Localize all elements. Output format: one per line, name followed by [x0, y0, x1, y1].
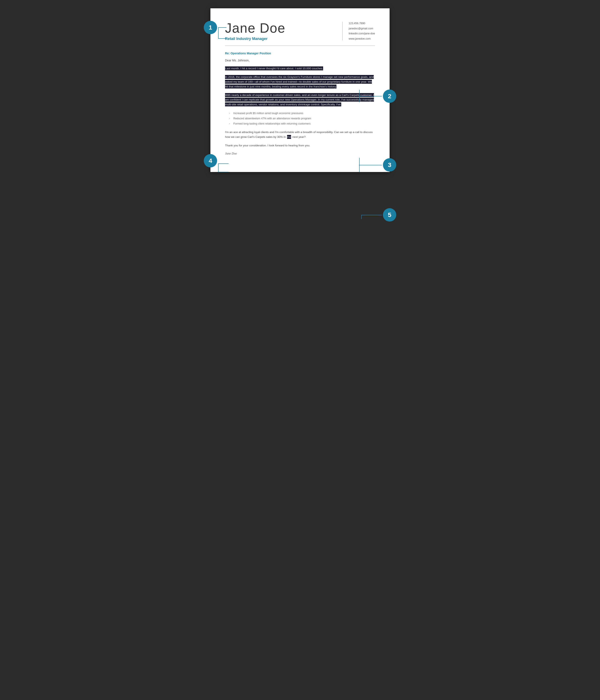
- annotation-line-1h2: [218, 38, 226, 39]
- annotation-line-2v-top: [359, 90, 360, 96]
- contact-info: 123.456.7890 janedoc@gmail.com linkedin.…: [349, 21, 375, 42]
- salutation: Dear Ms. Johnson,: [225, 59, 375, 62]
- document-body: Jane Doe Retail Industry Manager 123.456…: [210, 8, 390, 172]
- annotation-line-5v: [361, 215, 362, 219]
- email: janedoc@gmail.com: [349, 26, 375, 31]
- applicant-name: Jane Doe: [225, 21, 336, 35]
- paragraph-4-highlight: the: [287, 135, 291, 139]
- page-wrapper: 1 2 3 4 5 Jane Doe Retail Industry Manag…: [210, 8, 390, 172]
- bullet-item-1: Increased profit $5 million amid tough e…: [233, 111, 375, 116]
- subject-line: Re: Operations Manager Position: [225, 52, 375, 55]
- paragraph-3-text: With nearly a decade of experience in cu…: [225, 93, 374, 107]
- website: www.janedoe.com: [349, 36, 375, 42]
- paragraph-5: Thank you for your consideration. I look…: [225, 143, 375, 148]
- header-section: Jane Doe Retail Industry Manager 123.456…: [225, 21, 375, 42]
- annotation-line-2h: [359, 96, 382, 96]
- annotation-badge-4: 4: [204, 154, 217, 168]
- annotation-line-4h: [218, 172, 229, 172]
- paragraph-4: I'm an ace at attracting loyal clients a…: [225, 130, 375, 140]
- phone: 123.456.7890: [349, 21, 375, 26]
- paragraph-3: With nearly a decade of experience in cu…: [225, 93, 375, 107]
- paragraph-2: In 2016, the corporate office that overs…: [225, 75, 375, 89]
- paragraph-1: Last month, I hit a record I never thoug…: [225, 66, 375, 71]
- bullet-item-2: Reduced absenteeism 47% with an attendan…: [233, 116, 375, 121]
- paragraph-4-post: next year?: [292, 135, 306, 139]
- paragraph-1-text: Last month, I hit a record I never thoug…: [225, 67, 323, 70]
- bullet-list: Increased profit $5 million amid tough e…: [225, 111, 375, 126]
- annotation-line-3h: [359, 165, 382, 165]
- annotation-line-1h: [218, 27, 226, 28]
- bullet-item-3: Formed long-lasting client relationships…: [233, 121, 375, 126]
- annotation-line-1v: [218, 27, 219, 39]
- paragraph-2-text: In 2016, the corporate office that overs…: [225, 75, 374, 89]
- annotation-line-3v-top: [359, 158, 360, 165]
- annotation-badge-3: 3: [383, 158, 396, 172]
- annotation-badge-5: 5: [383, 208, 396, 222]
- annotation-line-2v-bot: [359, 96, 360, 102]
- annotation-line-5h: [361, 215, 382, 215]
- annotation-line-3v-bot: [359, 165, 360, 172]
- annotation-line-4h2: [218, 164, 229, 164]
- header-left: Jane Doe Retail Industry Manager: [225, 21, 336, 41]
- linkedin: linkedin.com/jane-doe: [349, 31, 375, 36]
- job-title: Retail Industry Manager: [225, 36, 336, 41]
- annotation-badge-2: 2: [383, 90, 396, 103]
- annotation-line-4v: [218, 164, 219, 172]
- annotation-badge-1: 1: [204, 21, 217, 34]
- signature: Jane Doe: [225, 152, 375, 155]
- section-divider: [225, 46, 375, 46]
